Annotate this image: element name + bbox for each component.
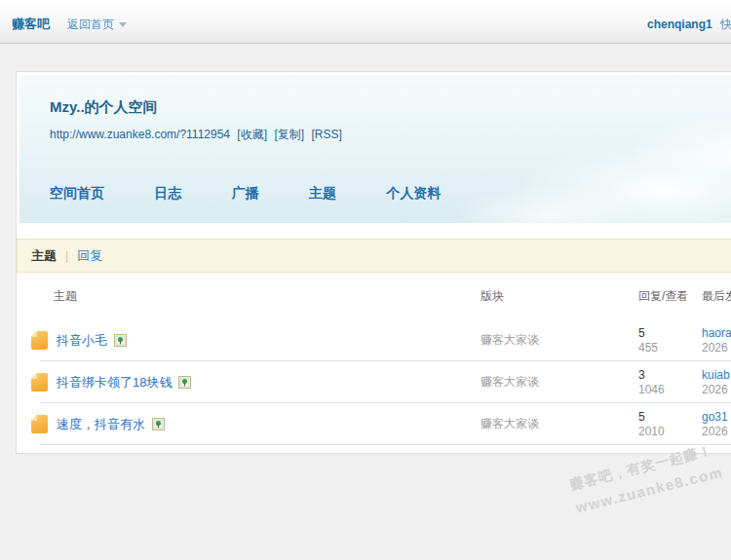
forum-cell: 赚客大家谈: [481, 332, 638, 349]
reply-count: 5: [638, 410, 645, 424]
nav-item-threads[interactable]: 主题: [309, 185, 336, 203]
image-attachment-icon[interactable]: [152, 418, 165, 430]
table-row: 抖音小毛 赚客大家谈 5 455 haora 2026: [17, 319, 731, 361]
lastpost-date: 2026: [702, 341, 728, 355]
page-title: Mzy..的个人空间: [19, 75, 731, 117]
view-count: 1046: [638, 383, 665, 396]
counts-cell: 3 1046: [638, 368, 702, 397]
forum-cell: 赚客大家谈: [481, 416, 638, 432]
header-forum: 版块: [481, 288, 638, 305]
watermark-url: www.zuanke8.com: [574, 453, 731, 516]
forum-link[interactable]: 赚客大家谈: [481, 375, 539, 389]
counts-cell: 5 455: [638, 326, 702, 355]
username-link[interactable]: chenqiang1: [647, 18, 712, 31]
folder-icon: [31, 415, 48, 433]
lastpost-cell: kuiab 2026: [702, 368, 731, 397]
rss-link[interactable]: [RSS]: [311, 128, 341, 141]
reply-count: 3: [638, 368, 645, 382]
thread-title-link[interactable]: 速度，抖音有水: [57, 416, 145, 433]
nav-item-space-home[interactable]: 空间首页: [50, 185, 104, 203]
nav-item-broadcast[interactable]: 广播: [232, 185, 259, 203]
lastpost-date: 2026: [702, 425, 728, 438]
lastpost-cell: haora 2026: [702, 326, 731, 355]
lastpost-date: 2026: [702, 383, 728, 396]
lastpost-cell: go31 2026: [702, 410, 731, 439]
top-bar-inner: 赚客吧 返回首页: [0, 0, 731, 43]
subject-cell: 抖音小毛: [17, 331, 481, 350]
image-attachment-icon[interactable]: [114, 334, 127, 347]
back-home-link[interactable]: 返回首页: [67, 17, 114, 33]
forum-link[interactable]: 赚客大家谈: [481, 333, 539, 347]
nav-item-blog[interactable]: 日志: [154, 185, 181, 203]
tab-replies[interactable]: 回复: [77, 247, 102, 265]
table-header-row: 主题 版块 回复/查看 最后发表: [17, 273, 731, 319]
table-row: 速度，抖音有水 赚客大家谈 5 2010 go31 2026: [17, 403, 731, 445]
lastpost-user-link[interactable]: go31: [702, 410, 731, 425]
lastpost-user-link[interactable]: haora: [702, 326, 731, 341]
folder-icon: [31, 331, 48, 350]
thread-title-link[interactable]: 抖音小毛: [57, 332, 107, 350]
forum-link[interactable]: 赚客大家谈: [481, 417, 539, 430]
top-bar-user-area: chenqiang1 快捷导航: [647, 0, 731, 43]
tab-threads[interactable]: 主题: [31, 247, 57, 265]
space-url-line: http://www.zuanke8.com/?1112954 [收藏] [复制…: [19, 117, 731, 143]
subject-cell: 速度，抖音有水: [17, 415, 481, 433]
view-count: 455: [638, 341, 658, 355]
space-url: http://www.zuanke8.com/?1112954: [50, 128, 230, 141]
space-nav: 空间首页 日志 广播 主题 个人资料: [50, 185, 487, 203]
view-count: 2010: [638, 425, 665, 438]
header-subject: 主题: [17, 288, 481, 305]
header-replies-views: 回复/查看: [638, 289, 702, 304]
folder-icon: [31, 373, 48, 392]
image-attachment-icon[interactable]: [178, 376, 191, 389]
chevron-down-icon[interactable]: [119, 22, 127, 27]
table-row: 抖音绑卡领了18块钱 赚客大家谈 3 1046 kuiab 2026: [17, 361, 731, 403]
favorite-link[interactable]: [收藏]: [237, 128, 267, 141]
lastpost-user-link[interactable]: kuiab: [702, 368, 731, 383]
thread-title-link[interactable]: 抖音绑卡领了18块钱: [57, 374, 172, 392]
content-tab-bar: 主题 | 回复: [17, 239, 731, 273]
site-brand-link[interactable]: 赚客吧: [12, 16, 50, 33]
profile-banner: Mzy..的个人空间 http://www.zuanke8.com/?11129…: [19, 75, 731, 223]
reply-count: 5: [638, 326, 645, 340]
main-content-panel: Mzy..的个人空间 http://www.zuanke8.com/?11129…: [16, 71, 731, 454]
subject-cell: 抖音绑卡领了18块钱: [17, 373, 481, 392]
quick-nav-link[interactable]: 快捷导航: [720, 17, 731, 33]
header-lastpost: 最后发表: [702, 289, 731, 304]
copy-link[interactable]: [复制]: [274, 128, 304, 141]
top-bar: 赚客吧 返回首页 chenqiang1 快捷导航: [0, 0, 731, 44]
nav-item-profile[interactable]: 个人资料: [386, 185, 441, 203]
forum-cell: 赚客大家谈: [481, 374, 638, 391]
counts-cell: 5 2010: [638, 410, 702, 439]
tab-divider: |: [65, 249, 68, 263]
